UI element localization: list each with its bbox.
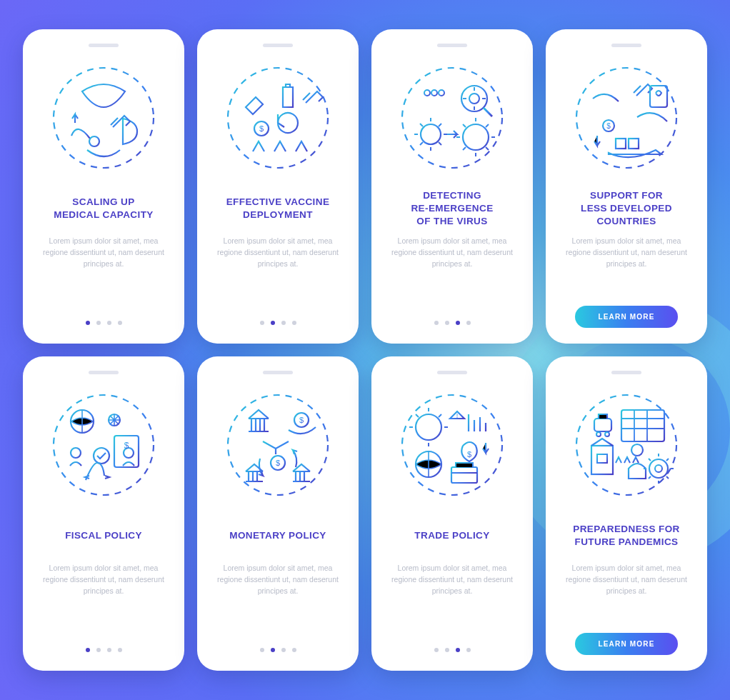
svg-point-25 <box>94 448 109 464</box>
monetary-icon: $ $ <box>217 384 339 506</box>
pagination-dot[interactable] <box>456 648 460 652</box>
svg-rect-18 <box>616 139 626 149</box>
svg-rect-43 <box>594 419 611 431</box>
card-description: Lorem ipsum dolor sit amet, mea regione … <box>36 236 171 321</box>
phone-notch <box>611 371 641 374</box>
row-1: SCALING UP MEDICAL CAPACITY Lorem ipsum … <box>23 29 707 344</box>
phone-notch <box>263 371 293 374</box>
pagination-dot[interactable] <box>434 648 439 652</box>
pagination-dot[interactable] <box>260 321 264 325</box>
pagination-dots <box>86 321 122 328</box>
pagination-dot[interactable] <box>445 648 449 652</box>
onboarding-card: $ EFFECTIVE VACCINE DEPLOYMENT Lorem ips… <box>197 29 359 344</box>
svg-rect-19 <box>629 139 639 149</box>
svg-point-11 <box>469 94 479 104</box>
pagination-dots <box>260 321 296 328</box>
svg-point-13 <box>463 124 489 150</box>
svg-text:$: $ <box>467 450 471 459</box>
pagination-dot[interactable] <box>260 648 264 652</box>
pagination-dot[interactable] <box>86 648 90 652</box>
card-title: MONETARY POLICY <box>226 516 329 556</box>
svg-point-7 <box>424 90 430 96</box>
pagination-dot[interactable] <box>107 648 111 652</box>
pagination-dot[interactable] <box>271 321 275 325</box>
onboarding-card: $ SUPPORT FOR LESS DEVELOPED COUNTRIES L… <box>546 29 707 344</box>
svg-text:!: ! <box>456 412 459 419</box>
pagination-dots <box>434 321 471 328</box>
phone-notch <box>437 371 467 374</box>
svg-point-8 <box>431 90 437 96</box>
onboarding-card: SCALING UP MEDICAL CAPACITY Lorem ipsum … <box>23 29 184 344</box>
svg-rect-46 <box>591 446 613 474</box>
onboarding-card: DETECTING RE-EMERGENCE OF THE VIRUS Lore… <box>371 29 533 344</box>
support-icon: $ <box>566 57 687 179</box>
pagination-dots <box>434 648 471 655</box>
svg-text:$: $ <box>299 416 304 424</box>
fiscal-icon: $ <box>43 384 164 506</box>
card-description: Lorem ipsum dolor sit amet, mea regione … <box>210 236 346 321</box>
learn-more-button[interactable]: LEARN MORE <box>575 633 677 655</box>
card-title: EFFECTIVE VACCINE DEPLOYMENT <box>224 189 333 229</box>
svg-point-49 <box>649 459 668 478</box>
pagination-dot[interactable] <box>434 321 439 325</box>
pagination-dot[interactable] <box>118 648 122 652</box>
pagination-dot[interactable] <box>118 321 122 325</box>
pagination-dot[interactable] <box>96 321 101 325</box>
card-title: TRADE POLICY <box>411 516 492 556</box>
svg-rect-40 <box>451 467 477 483</box>
card-description: Lorem ipsum dolor sit amet, mea regione … <box>36 563 171 648</box>
pagination-dot[interactable] <box>96 648 101 652</box>
pagination-dot[interactable] <box>466 648 471 652</box>
card-description: Lorem ipsum dolor sit amet, mea regione … <box>384 563 520 648</box>
phone-notch <box>611 44 641 47</box>
pagination-dot[interactable] <box>86 321 90 325</box>
svg-point-6 <box>402 68 502 168</box>
pagination-dot[interactable] <box>107 321 111 325</box>
phone-notch <box>437 44 467 47</box>
pagination-dot[interactable] <box>456 321 460 325</box>
detect-icon <box>391 57 513 179</box>
card-description: Lorem ipsum dolor sit amet, mea regione … <box>384 236 520 321</box>
prepared-icon <box>566 384 687 506</box>
onboarding-card: ! $ TRADE POLICY Lorem ipsum dolor sit a… <box>371 356 533 671</box>
svg-point-14 <box>576 68 676 168</box>
vaccine-icon: $ <box>217 57 339 179</box>
svg-point-1 <box>89 136 99 146</box>
phone-notch <box>89 371 119 374</box>
svg-rect-42 <box>621 410 664 441</box>
svg-point-9 <box>439 90 444 96</box>
card-description: Lorem ipsum dolor sit amet, mea regione … <box>559 563 694 633</box>
pagination-dot[interactable] <box>292 321 296 325</box>
svg-text:$: $ <box>259 124 264 133</box>
onboarding-card: $ FISCAL POLICY Lorem ipsum dolor sit am… <box>23 356 184 671</box>
onboarding-card: PREPAREDNESS FOR FUTURE PANDEMICS Lorem … <box>546 356 707 671</box>
card-title: FISCAL POLICY <box>62 516 145 556</box>
phone-notch <box>263 44 293 47</box>
card-title: SCALING UP MEDICAL CAPACITY <box>51 189 156 229</box>
pagination-dot[interactable] <box>466 321 471 325</box>
card-description: Lorem ipsum dolor sit amet, mea regione … <box>210 563 346 648</box>
svg-rect-47 <box>597 454 607 463</box>
svg-point-12 <box>421 124 441 144</box>
trade-icon: ! $ <box>391 384 513 506</box>
svg-point-50 <box>655 465 662 472</box>
card-title: SUPPORT FOR LESS DEVELOPED COUNTRIES <box>578 189 675 229</box>
pagination-dot[interactable] <box>281 321 286 325</box>
medical-icon <box>43 57 164 179</box>
svg-point-23 <box>71 448 81 458</box>
svg-point-36 <box>416 414 441 440</box>
svg-point-45 <box>605 432 609 436</box>
svg-point-0 <box>54 68 154 168</box>
pagination-dot[interactable] <box>271 648 275 652</box>
pagination-dot[interactable] <box>445 321 449 325</box>
pagination-dots <box>86 648 122 655</box>
pagination-dot[interactable] <box>292 648 296 652</box>
svg-text:$: $ <box>606 122 611 130</box>
phone-notch <box>89 44 119 47</box>
svg-text:$: $ <box>276 459 280 467</box>
svg-text:$: $ <box>124 441 129 451</box>
pagination-dot[interactable] <box>281 648 286 652</box>
card-description: Lorem ipsum dolor sit amet, mea regione … <box>559 236 694 306</box>
svg-point-44 <box>596 432 601 436</box>
learn-more-button[interactable]: LEARN MORE <box>575 306 677 328</box>
